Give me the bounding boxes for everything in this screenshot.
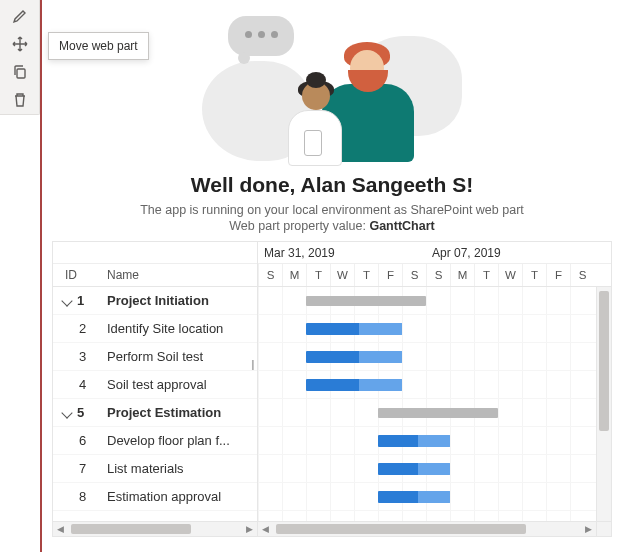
day-header: S: [402, 264, 426, 286]
hero-illustration: [202, 10, 462, 165]
task-id: 6: [79, 433, 86, 448]
vertical-scrollbar[interactable]: [596, 287, 611, 521]
left-scroll-thumb[interactable]: [71, 524, 191, 534]
task-bar[interactable]: [378, 463, 450, 475]
gantt-body: 1Project Initiation2Identify Site locati…: [53, 287, 611, 536]
day-header: S: [570, 264, 594, 286]
day-header: T: [306, 264, 330, 286]
day-header: M: [282, 264, 306, 286]
webpart-content: Well done, Alan Sangeeth S! The app is r…: [40, 0, 622, 552]
day-header: S: [426, 264, 450, 286]
day-header: M: [450, 264, 474, 286]
speech-bubble-icon: [228, 16, 294, 56]
day-header: T: [474, 264, 498, 286]
pane-splitter[interactable]: ||: [251, 358, 253, 370]
move-tooltip: Move web part: [48, 32, 149, 60]
task-id: 5: [77, 405, 84, 420]
day-header: T: [522, 264, 546, 286]
task-name: Project Estimation: [107, 405, 257, 420]
day-header: W: [498, 264, 522, 286]
chevron-down-icon[interactable]: [61, 407, 72, 418]
svg-rect-0: [17, 69, 25, 78]
task-name: Soil test approval: [107, 377, 257, 392]
copy-icon: [12, 64, 28, 80]
task-bar[interactable]: [378, 491, 450, 503]
delete-button[interactable]: [4, 86, 36, 114]
trash-icon: [12, 92, 28, 108]
day-header: F: [546, 264, 570, 286]
edit-button[interactable]: [4, 2, 36, 30]
task-id: 2: [79, 321, 86, 336]
webpart-toolbar: [0, 0, 40, 115]
welcome-headline: Well done, Alan Sangeeth S!: [42, 173, 622, 197]
duplicate-button[interactable]: [4, 58, 36, 86]
table-row[interactable]: 5Project Estimation: [53, 399, 257, 427]
week-label: Apr 07, 2019: [426, 246, 594, 260]
task-name: Project Initiation: [107, 293, 257, 308]
table-row[interactable]: 4Soil test approval: [53, 371, 257, 399]
table-row[interactable]: 2Identify Site location: [53, 315, 257, 343]
bar-lane: [258, 455, 611, 483]
property-line: Web part property value: GanttChart: [42, 219, 622, 233]
tooltip-text: Move web part: [59, 39, 138, 53]
summary-bar[interactable]: [378, 408, 498, 418]
task-name: Perform Soil test: [107, 349, 257, 364]
task-id: 8: [79, 489, 86, 504]
vertical-scroll-thumb[interactable]: [599, 291, 609, 431]
table-row[interactable]: 8Estimation approval: [53, 483, 257, 511]
day-header: T: [354, 264, 378, 286]
task-name: Develop floor plan f...: [107, 433, 257, 448]
bar-lane: [258, 427, 611, 455]
task-id: 7: [79, 461, 86, 476]
welcome-subtext: The app is running on your local environ…: [42, 203, 622, 217]
move-icon: [12, 36, 28, 52]
bar-lane: [258, 287, 611, 315]
day-header: W: [330, 264, 354, 286]
column-header-id[interactable]: ID: [53, 268, 107, 282]
person-woman-icon: [280, 72, 350, 162]
property-value: GanttChart: [369, 219, 434, 233]
task-bar[interactable]: [306, 379, 402, 391]
table-row[interactable]: 6Develop floor plan f...: [53, 427, 257, 455]
pencil-icon: [12, 8, 28, 24]
task-name: List materials: [107, 461, 257, 476]
right-scroll-thumb[interactable]: [276, 524, 526, 534]
task-bar[interactable]: [306, 323, 402, 335]
task-name: Estimation approval: [107, 489, 257, 504]
horizontal-scrollbar[interactable]: ◀ ▶ ◀ ▶: [53, 521, 596, 536]
property-label: Web part property value:: [229, 219, 369, 233]
task-bar[interactable]: [306, 351, 402, 363]
week-label: Mar 31, 2019: [258, 246, 426, 260]
bar-lane: [258, 343, 611, 371]
task-id: 1: [77, 293, 84, 308]
summary-bar[interactable]: [306, 296, 426, 306]
task-bar[interactable]: [378, 435, 450, 447]
table-row[interactable]: 1Project Initiation: [53, 287, 257, 315]
task-name: Identify Site location: [107, 321, 257, 336]
gantt-chart: ID Name Mar 31, 2019Apr 07, 2019 SMTWTFS…: [52, 241, 612, 537]
task-id: 4: [79, 377, 86, 392]
day-header: S: [258, 264, 282, 286]
move-button[interactable]: [4, 30, 36, 58]
bar-lane: [258, 315, 611, 343]
task-id: 3: [79, 349, 86, 364]
gantt-header: ID Name Mar 31, 2019Apr 07, 2019 SMTWTFS…: [53, 242, 611, 287]
chevron-down-icon[interactable]: [61, 295, 72, 306]
table-row[interactable]: 3Perform Soil test: [53, 343, 257, 371]
day-header: F: [378, 264, 402, 286]
bar-lane: [258, 399, 611, 427]
column-header-name[interactable]: Name: [107, 268, 257, 282]
bar-lane: [258, 483, 611, 511]
scrollbar-corner: [596, 521, 611, 536]
bar-lane: [258, 371, 611, 399]
table-row[interactable]: 7List materials: [53, 455, 257, 483]
